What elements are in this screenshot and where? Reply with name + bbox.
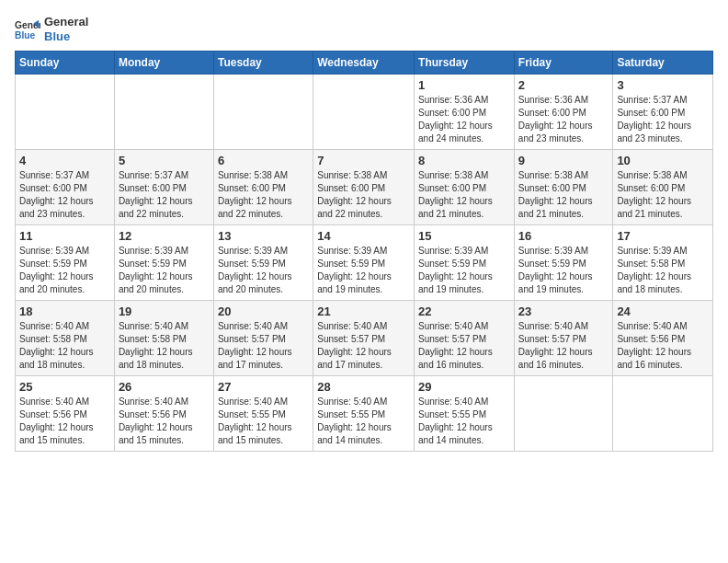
day-info: Sunrise: 5:36 AM Sunset: 6:00 PM Dayligh… [518,94,609,145]
day-info: Sunrise: 5:38 AM Sunset: 6:00 PM Dayligh… [418,169,510,221]
day-number: 27 [218,380,309,394]
day-info: Sunrise: 5:40 AM Sunset: 5:55 PM Dayligh… [218,396,309,447]
calendar-cell: 21Sunrise: 5:40 AM Sunset: 5:57 PM Dayli… [313,301,415,376]
calendar-cell [514,376,613,452]
day-number: 14 [317,229,410,243]
calendar-cell [114,75,213,150]
calendar-cell: 9Sunrise: 5:38 AM Sunset: 6:00 PM Daylig… [514,150,613,225]
day-number: 17 [617,229,709,243]
calendar-cell: 10Sunrise: 5:38 AM Sunset: 6:00 PM Dayli… [613,150,713,225]
calendar-cell: 29Sunrise: 5:40 AM Sunset: 5:55 PM Dayli… [415,376,515,452]
logo-text-general: General [44,15,88,29]
day-info: Sunrise: 5:36 AM Sunset: 6:00 PM Dayligh… [418,94,510,145]
day-info: Sunrise: 5:37 AM Sunset: 6:00 PM Dayligh… [617,94,709,145]
calendar-cell [213,75,313,150]
svg-text:Blue: Blue [15,30,36,40]
day-info: Sunrise: 5:40 AM Sunset: 5:58 PM Dayligh… [19,320,110,372]
day-header-tuesday: Tuesday [213,52,313,75]
day-info: Sunrise: 5:37 AM Sunset: 6:00 PM Dayligh… [19,169,110,221]
day-number: 5 [119,154,210,167]
day-number: 10 [617,154,709,167]
calendar-cell: 24Sunrise: 5:40 AM Sunset: 5:56 PM Dayli… [613,301,713,376]
calendar-cell: 17Sunrise: 5:39 AM Sunset: 5:58 PM Dayli… [613,225,713,301]
calendar-cell: 6Sunrise: 5:38 AM Sunset: 6:00 PM Daylig… [213,150,313,225]
day-info: Sunrise: 5:39 AM Sunset: 5:59 PM Dayligh… [317,245,410,296]
day-info: Sunrise: 5:40 AM Sunset: 5:56 PM Dayligh… [19,396,110,447]
calendar-cell [16,75,115,150]
calendar-cell [613,376,713,452]
calendar-cell: 20Sunrise: 5:40 AM Sunset: 5:57 PM Dayli… [213,301,313,376]
calendar-cell: 7Sunrise: 5:38 AM Sunset: 6:00 PM Daylig… [313,150,415,225]
day-number: 29 [418,380,510,394]
calendar-cell: 22Sunrise: 5:40 AM Sunset: 5:57 PM Dayli… [415,301,515,376]
day-number: 21 [317,304,410,318]
calendar-cell: 12Sunrise: 5:39 AM Sunset: 5:59 PM Dayli… [114,225,213,301]
day-number: 26 [119,380,210,394]
logo-icon: General Blue [15,17,40,42]
day-header-friday: Friday [514,52,613,75]
day-info: Sunrise: 5:39 AM Sunset: 5:59 PM Dayligh… [119,245,210,296]
day-info: Sunrise: 5:38 AM Sunset: 6:00 PM Dayligh… [518,169,609,221]
calendar-cell: 19Sunrise: 5:40 AM Sunset: 5:58 PM Dayli… [114,301,213,376]
day-info: Sunrise: 5:39 AM Sunset: 5:59 PM Dayligh… [19,245,110,296]
day-number: 11 [19,229,110,243]
day-number: 15 [418,229,510,243]
calendar-cell: 15Sunrise: 5:39 AM Sunset: 5:59 PM Dayli… [415,225,515,301]
day-info: Sunrise: 5:37 AM Sunset: 6:00 PM Dayligh… [119,169,210,221]
day-number: 7 [317,154,410,167]
calendar-week-2: 11Sunrise: 5:39 AM Sunset: 5:59 PM Dayli… [16,225,713,301]
calendar-week-3: 18Sunrise: 5:40 AM Sunset: 5:58 PM Dayli… [16,301,713,376]
calendar-cell: 16Sunrise: 5:39 AM Sunset: 5:59 PM Dayli… [514,225,613,301]
calendar-cell: 13Sunrise: 5:39 AM Sunset: 5:59 PM Dayli… [213,225,313,301]
day-number: 23 [518,304,609,318]
day-info: Sunrise: 5:40 AM Sunset: 5:57 PM Dayligh… [518,320,609,372]
day-info: Sunrise: 5:40 AM Sunset: 5:56 PM Dayligh… [617,320,709,372]
day-number: 8 [418,154,510,167]
calendar-cell: 5Sunrise: 5:37 AM Sunset: 6:00 PM Daylig… [114,150,213,225]
day-number: 3 [617,78,709,92]
calendar-cell: 26Sunrise: 5:40 AM Sunset: 5:56 PM Dayli… [114,376,213,452]
logo-text-blue: Blue [44,29,88,44]
calendar-week-0: 1Sunrise: 5:36 AM Sunset: 6:00 PM Daylig… [16,75,713,150]
calendar-cell: 8Sunrise: 5:38 AM Sunset: 6:00 PM Daylig… [415,150,515,225]
day-number: 4 [19,154,110,167]
day-info: Sunrise: 5:38 AM Sunset: 6:00 PM Dayligh… [317,169,410,221]
calendar-cell: 11Sunrise: 5:39 AM Sunset: 5:59 PM Dayli… [16,225,115,301]
day-info: Sunrise: 5:40 AM Sunset: 5:55 PM Dayligh… [317,396,410,447]
day-number: 6 [218,154,309,167]
day-number: 1 [418,78,510,92]
day-header-monday: Monday [114,52,213,75]
calendar-cell: 3Sunrise: 5:37 AM Sunset: 6:00 PM Daylig… [613,75,713,150]
day-number: 24 [617,304,709,318]
calendar-cell: 14Sunrise: 5:39 AM Sunset: 5:59 PM Dayli… [313,225,415,301]
day-info: Sunrise: 5:39 AM Sunset: 5:59 PM Dayligh… [218,245,309,296]
day-info: Sunrise: 5:38 AM Sunset: 6:00 PM Dayligh… [617,169,709,221]
day-info: Sunrise: 5:39 AM Sunset: 5:58 PM Dayligh… [617,245,709,296]
calendar-cell: 1Sunrise: 5:36 AM Sunset: 6:00 PM Daylig… [415,75,515,150]
calendar-cell [313,75,415,150]
calendar-cell: 28Sunrise: 5:40 AM Sunset: 5:55 PM Dayli… [313,376,415,452]
day-number: 16 [518,229,609,243]
day-number: 28 [317,380,410,394]
calendar-cell: 27Sunrise: 5:40 AM Sunset: 5:55 PM Dayli… [213,376,313,452]
day-number: 12 [119,229,210,243]
calendar-header-row: SundayMondayTuesdayWednesdayThursdayFrid… [16,52,713,75]
day-info: Sunrise: 5:39 AM Sunset: 5:59 PM Dayligh… [518,245,609,296]
day-number: 9 [518,154,609,167]
day-number: 22 [418,304,510,318]
day-header-thursday: Thursday [415,52,515,75]
calendar-table: SundayMondayTuesdayWednesdayThursdayFrid… [15,51,713,452]
day-info: Sunrise: 5:38 AM Sunset: 6:00 PM Dayligh… [218,169,309,221]
day-info: Sunrise: 5:40 AM Sunset: 5:57 PM Dayligh… [317,320,410,372]
day-info: Sunrise: 5:40 AM Sunset: 5:57 PM Dayligh… [418,320,510,372]
calendar-cell: 18Sunrise: 5:40 AM Sunset: 5:58 PM Dayli… [16,301,115,376]
day-info: Sunrise: 5:40 AM Sunset: 5:55 PM Dayligh… [418,396,510,447]
calendar-week-1: 4Sunrise: 5:37 AM Sunset: 6:00 PM Daylig… [16,150,713,225]
day-info: Sunrise: 5:39 AM Sunset: 5:59 PM Dayligh… [418,245,510,296]
day-number: 20 [218,304,309,318]
day-number: 19 [119,304,210,318]
day-number: 18 [19,304,110,318]
day-number: 25 [19,380,110,394]
day-number: 2 [518,78,609,92]
day-info: Sunrise: 5:40 AM Sunset: 5:56 PM Dayligh… [119,396,210,447]
